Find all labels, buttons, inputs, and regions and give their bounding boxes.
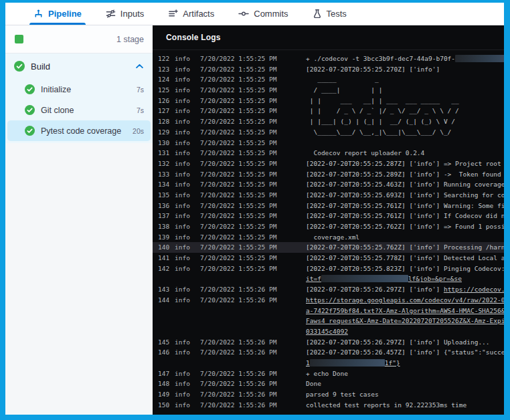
chevron-up-icon[interactable] (136, 64, 143, 69)
success-check-icon (25, 105, 35, 115)
log-timestamp: 7/20/2022 1:55:25 PM (200, 85, 306, 96)
log-row[interactable]: 137 info 7/20/2022 1:55:25 PM [2022-07-2… (153, 211, 504, 221)
log-message: [2022-07-20T20:55:26.297Z] ['info'] http… (306, 284, 504, 295)
log-level (175, 274, 200, 284)
log-text: Done (306, 380, 321, 387)
log-link[interactable]: lf&job=&pr=&se (408, 275, 462, 282)
log-level: info (175, 400, 200, 411)
log-line-number: 127 (158, 106, 175, 116)
log-link[interactable]: https://codecov.io/ (444, 286, 504, 293)
log-link[interactable]: https://storage.googleapis.com/codecov/v… (306, 296, 504, 304)
log-row[interactable]: 134 info 7/20/2022 1:55:25 PM [2022-07-2… (153, 179, 504, 190)
log-text: [2022-07-20T20:55:26.297Z] ['info'] (306, 286, 444, 293)
log-row[interactable]: 148 info 7/20/2022 1:55:26 PM Done (153, 379, 504, 389)
tab-inputs[interactable]: Inputs (104, 3, 145, 25)
log-row[interactable]: 124 info 7/20/2022 1:55:25 PM _____ _ (153, 74, 504, 85)
log-row[interactable]: 132 info 7/20/2022 1:55:25 PM [2022-07-2… (153, 159, 504, 169)
log-line-number: 137 (158, 211, 175, 221)
log-link[interactable]: a-7422f759bf84.txt?X-Amz-Algorithm=AWS4-… (306, 307, 504, 314)
log-link[interactable]: 1f"} (385, 359, 400, 366)
log-line-number (158, 316, 175, 326)
redacted-secret (321, 275, 408, 282)
log-row[interactable]: 143 info 7/20/2022 1:55:26 PM [2022-07-2… (153, 284, 504, 295)
tab-pipeline[interactable]: Pipeline (32, 3, 83, 25)
stage-summary-bar: 1 stage (5, 25, 153, 54)
log-timestamp: 7/20/2022 1:55:25 PM (200, 106, 306, 116)
log-message: [2022-07-20T20:55:25.289Z] ['info'] -> T… (306, 169, 504, 180)
log-row[interactable]: 128 info 7/20/2022 1:55:25 PM | |___| (_… (153, 116, 504, 127)
step-row-git-clone[interactable]: Git clone 7s (7, 100, 151, 120)
stage-row-build[interactable]: Build (5, 54, 153, 79)
step-row-initialize[interactable]: Initialize 7s (7, 79, 151, 100)
log-row[interactable]: 149 info 7/20/2022 1:55:26 PM parsed 9 t… (153, 389, 504, 400)
log-row[interactable]: 136 info 7/20/2022 1:55:25 PM [2022-07-2… (153, 201, 504, 211)
log-line-number: 147 (158, 369, 175, 379)
log-message: + ./codecov -t 3bcc3b9f-dec7-44a9-b70f- (306, 54, 504, 64)
log-row[interactable]: 133 info 7/20/2022 1:55:25 PM [2022-07-2… (153, 169, 504, 180)
log-level: info (175, 190, 200, 201)
log-row[interactable]: 139 info 7/20/2022 1:55:25 PM coverage.x… (153, 232, 504, 243)
log-line-number: 150 (158, 400, 175, 411)
log-level: info (175, 148, 200, 159)
log-line-number: 148 (158, 379, 175, 389)
log-row[interactable]: 122 info 7/20/2022 1:55:25 PM + ./codeco… (153, 54, 504, 64)
log-row[interactable]: 131 info 7/20/2022 1:55:25 PM Codecov re… (153, 148, 504, 159)
log-message: collected test reports in 92.222353ms ti… (306, 400, 504, 411)
log-link[interactable]: it=f (306, 275, 321, 282)
log-timestamp (200, 306, 306, 316)
log-timestamp: 7/20/2022 1:55:25 PM (200, 201, 306, 211)
log-row[interactable]: 129 info 7/20/2022 1:55:25 PM \_____\___… (153, 127, 504, 138)
log-message: Faws4_request&X-Amz-Date=20220720T205526… (306, 316, 504, 326)
log-row[interactable]: 146 info 7/20/2022 1:55:26 PM [2022-07-2… (153, 347, 504, 358)
log-link[interactable]: Faws4_request&X-Amz-Date=20220720T205526… (306, 317, 504, 324)
tab-artifacts[interactable]: Artifacts (167, 3, 216, 25)
log-timestamp: 7/20/2022 1:55:25 PM (200, 264, 306, 274)
redacted-secret (455, 55, 504, 62)
log-timestamp: 7/20/2022 1:55:25 PM (200, 232, 306, 243)
log-timestamp (200, 274, 306, 284)
log-line-number: 141 (158, 253, 175, 264)
tab-tests[interactable]: Tests (311, 3, 348, 25)
log-row[interactable]: 123 info 7/20/2022 1:55:25 PM [2022-07-2… (153, 64, 504, 75)
log-text: [2022-07-20T20:55:25.289Z] ['info'] -> T… (306, 171, 504, 178)
log-line-number: 123 (158, 64, 175, 75)
log-row[interactable]: 138 info 7/20/2022 1:55:25 PM [2022-07-2… (153, 221, 504, 232)
log-row[interactable]: 130 info 7/20/2022 1:55:25 PM (153, 138, 504, 148)
log-row[interactable]: 033145c4092 (153, 326, 504, 337)
tab-commits[interactable]: Commits (237, 3, 289, 25)
log-row[interactable]: 127 info 7/20/2022 1:55:25 PM | | / _ \ … (153, 106, 504, 116)
log-timestamp: 7/20/2022 1:55:25 PM (200, 116, 306, 127)
console-log[interactable]: 122 info 7/20/2022 1:55:25 PM + ./codeco… (153, 50, 504, 415)
log-row[interactable]: 125 info 7/20/2022 1:55:25 PM / ____| | … (153, 85, 504, 96)
log-row[interactable]: it=flf&job=&pr=&se (153, 274, 504, 284)
log-row[interactable]: 141 info 7/20/2022 1:55:25 PM [2022-07-2… (153, 253, 504, 264)
log-row[interactable]: 145 info 7/20/2022 1:55:26 PM [2022-07-2… (153, 337, 504, 348)
log-line-number (158, 358, 175, 369)
log-message: [2022-07-20T20:55:25.761Z] ['info'] If C… (306, 211, 504, 221)
log-row[interactable]: a-7422f759bf84.txt?X-Amz-Algorithm=AWS4-… (153, 306, 504, 316)
log-row[interactable]: 144 info 7/20/2022 1:55:26 PM https://st… (153, 295, 504, 306)
log-line-number: 130 (158, 138, 175, 148)
log-level: info (175, 96, 200, 106)
log-row[interactable]: 150 info 7/20/2022 1:55:26 PM collected … (153, 400, 504, 411)
log-row[interactable]: 11f"} (153, 358, 504, 369)
log-level (175, 316, 200, 326)
log-row[interactable]: 140 info 7/20/2022 1:55:25 PM [2022-07-2… (153, 242, 504, 253)
log-text: | | ___ __| | ___ ___ _____ __ (306, 97, 459, 104)
log-row[interactable]: Faws4_request&X-Amz-Date=20220720T205526… (153, 316, 504, 326)
log-row[interactable]: 135 info 7/20/2022 1:55:25 PM [2022-07-2… (153, 190, 504, 201)
log-text: Codecov report uploader 0.2.4 (306, 149, 424, 156)
log-link[interactable]: 033145c4092 (306, 328, 348, 335)
log-line-number: 144 (158, 295, 175, 306)
log-message: | | / _ \ / _` |/ _ \/ __/ _ \ \ / / (306, 106, 504, 116)
log-row[interactable]: 147 info 7/20/2022 1:55:26 PM + echo Don… (153, 369, 504, 379)
log-level: info (175, 74, 200, 85)
log-link[interactable]: 1 (306, 359, 310, 366)
pipeline-icon (33, 9, 44, 19)
log-row[interactable]: 126 info 7/20/2022 1:55:25 PM | | ___ __… (153, 96, 504, 106)
tests-icon (313, 9, 322, 19)
log-message: [2022-07-20T20:55:25.762Z] ['info'] => F… (306, 221, 504, 232)
log-level: info (175, 379, 200, 389)
log-row[interactable]: 142 info 7/20/2022 1:55:25 PM [2022-07-2… (153, 264, 504, 274)
step-row-pytest-code-coverage[interactable]: Pytest code coverage 20s (7, 120, 151, 141)
